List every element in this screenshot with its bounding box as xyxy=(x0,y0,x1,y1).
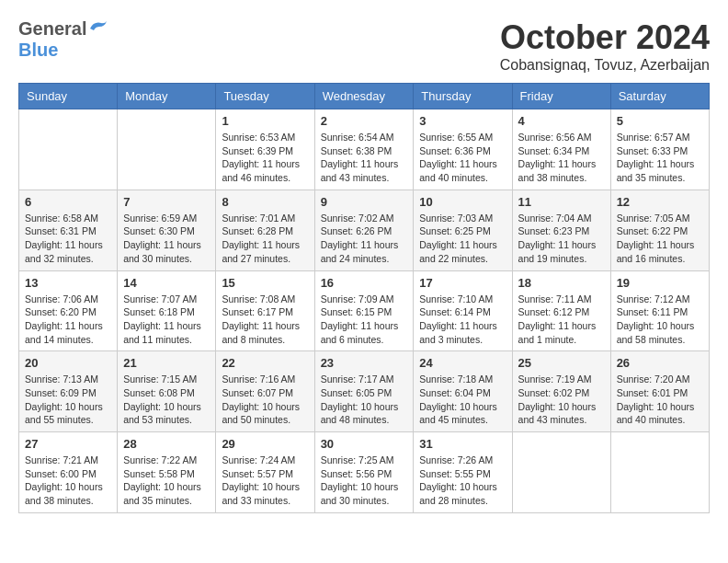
day-info: Sunrise: 6:56 AMSunset: 6:34 PMDaylight:… xyxy=(518,131,605,185)
day-number: 20 xyxy=(25,356,111,370)
header-sunday: Sunday xyxy=(19,84,118,109)
day-info: Sunrise: 7:12 AMSunset: 6:11 PMDaylight:… xyxy=(617,293,703,347)
day-number: 29 xyxy=(222,437,308,451)
day-number: 19 xyxy=(617,276,703,290)
calendar-week-row: 20Sunrise: 7:13 AMSunset: 6:09 PMDayligh… xyxy=(19,351,710,432)
calendar-cell: 17Sunrise: 7:10 AMSunset: 6:14 PMDayligh… xyxy=(414,270,512,351)
day-info: Sunrise: 7:08 AMSunset: 6:17 PMDaylight:… xyxy=(222,293,308,347)
calendar-cell xyxy=(19,109,118,190)
header-thursday: Thursday xyxy=(414,84,512,109)
calendar-cell: 23Sunrise: 7:17 AMSunset: 6:05 PMDayligh… xyxy=(314,351,414,432)
day-number: 26 xyxy=(617,356,703,370)
day-number: 4 xyxy=(518,114,605,128)
day-number: 28 xyxy=(123,437,210,451)
day-info: Sunrise: 7:16 AMSunset: 6:07 PMDaylight:… xyxy=(222,373,308,427)
title-block: October 2024 Cobansignaq, Tovuz, Azerbai… xyxy=(500,18,710,74)
day-info: Sunrise: 7:06 AMSunset: 6:20 PMDaylight:… xyxy=(25,293,111,347)
day-info: Sunrise: 7:18 AMSunset: 6:04 PMDaylight:… xyxy=(419,373,506,427)
day-info: Sunrise: 7:19 AMSunset: 6:02 PMDaylight:… xyxy=(518,373,605,427)
day-number: 27 xyxy=(25,437,111,451)
day-info: Sunrise: 7:09 AMSunset: 6:15 PMDaylight:… xyxy=(321,293,408,347)
calendar-week-row: 27Sunrise: 7:21 AMSunset: 6:00 PMDayligh… xyxy=(19,432,710,513)
calendar-cell: 7Sunrise: 6:59 AMSunset: 6:30 PMDaylight… xyxy=(118,190,216,270)
calendar-cell: 14Sunrise: 7:07 AMSunset: 6:18 PMDayligh… xyxy=(118,270,216,351)
header-saturday: Saturday xyxy=(610,84,709,109)
calendar-cell xyxy=(512,432,610,513)
day-number: 11 xyxy=(518,195,605,209)
day-number: 13 xyxy=(25,276,111,290)
day-number: 1 xyxy=(222,114,308,128)
day-info: Sunrise: 7:13 AMSunset: 6:09 PMDaylight:… xyxy=(25,373,111,427)
calendar-cell: 4Sunrise: 6:56 AMSunset: 6:34 PMDaylight… xyxy=(512,109,610,190)
logo-general-text: General xyxy=(18,18,86,40)
calendar-cell: 21Sunrise: 7:15 AMSunset: 6:08 PMDayligh… xyxy=(118,351,216,432)
calendar-cell: 29Sunrise: 7:24 AMSunset: 5:57 PMDayligh… xyxy=(216,432,314,513)
day-info: Sunrise: 6:57 AMSunset: 6:33 PMDaylight:… xyxy=(617,131,703,185)
calendar-cell: 27Sunrise: 7:21 AMSunset: 6:00 PMDayligh… xyxy=(19,432,118,513)
day-number: 12 xyxy=(617,195,703,209)
day-number: 15 xyxy=(222,276,308,290)
calendar-cell: 3Sunrise: 6:55 AMSunset: 6:36 PMDaylight… xyxy=(414,109,512,190)
calendar-cell: 13Sunrise: 7:06 AMSunset: 6:20 PMDayligh… xyxy=(19,270,118,351)
logo-blue-text: Blue xyxy=(18,40,108,61)
calendar-cell: 28Sunrise: 7:22 AMSunset: 5:58 PMDayligh… xyxy=(118,432,216,513)
day-number: 17 xyxy=(419,276,506,290)
day-info: Sunrise: 7:20 AMSunset: 6:01 PMDaylight:… xyxy=(617,373,703,427)
day-info: Sunrise: 7:26 AMSunset: 5:55 PMDaylight:… xyxy=(419,454,506,508)
calendar-cell: 9Sunrise: 7:02 AMSunset: 6:26 PMDaylight… xyxy=(314,190,414,270)
day-info: Sunrise: 7:22 AMSunset: 5:58 PMDaylight:… xyxy=(123,454,210,508)
day-number: 6 xyxy=(25,195,111,209)
location-subtitle: Cobansignaq, Tovuz, Azerbaijan xyxy=(500,57,710,74)
day-info: Sunrise: 7:04 AMSunset: 6:23 PMDaylight:… xyxy=(518,212,605,266)
header-monday: Monday xyxy=(118,84,216,109)
day-info: Sunrise: 7:07 AMSunset: 6:18 PMDaylight:… xyxy=(123,293,210,347)
calendar-cell: 2Sunrise: 6:54 AMSunset: 6:38 PMDaylight… xyxy=(314,109,414,190)
day-number: 8 xyxy=(222,195,308,209)
day-info: Sunrise: 7:17 AMSunset: 6:05 PMDaylight:… xyxy=(321,373,408,427)
calendar-cell xyxy=(610,432,709,513)
logo-bird-icon xyxy=(88,19,108,36)
calendar-cell: 19Sunrise: 7:12 AMSunset: 6:11 PMDayligh… xyxy=(610,270,709,351)
calendar-cell: 25Sunrise: 7:19 AMSunset: 6:02 PMDayligh… xyxy=(512,351,610,432)
day-number: 31 xyxy=(419,437,506,451)
day-number: 3 xyxy=(419,114,506,128)
day-number: 5 xyxy=(617,114,703,128)
calendar-cell: 22Sunrise: 7:16 AMSunset: 6:07 PMDayligh… xyxy=(216,351,314,432)
day-info: Sunrise: 7:02 AMSunset: 6:26 PMDaylight:… xyxy=(321,212,408,266)
calendar-cell: 6Sunrise: 6:58 AMSunset: 6:31 PMDaylight… xyxy=(19,190,118,270)
day-number: 30 xyxy=(321,437,408,451)
header-wednesday: Wednesday xyxy=(314,84,414,109)
day-info: Sunrise: 7:10 AMSunset: 6:14 PMDaylight:… xyxy=(419,293,506,347)
day-number: 9 xyxy=(321,195,408,209)
month-title: October 2024 xyxy=(500,18,710,57)
day-info: Sunrise: 7:05 AMSunset: 6:22 PMDaylight:… xyxy=(617,212,703,266)
calendar-week-row: 13Sunrise: 7:06 AMSunset: 6:20 PMDayligh… xyxy=(19,270,710,351)
day-number: 24 xyxy=(419,356,506,370)
calendar-cell: 30Sunrise: 7:25 AMSunset: 5:56 PMDayligh… xyxy=(314,432,414,513)
day-info: Sunrise: 7:11 AMSunset: 6:12 PMDaylight:… xyxy=(518,293,605,347)
weekday-header-row: Sunday Monday Tuesday Wednesday Thursday… xyxy=(19,84,710,109)
day-number: 10 xyxy=(419,195,506,209)
day-info: Sunrise: 6:53 AMSunset: 6:39 PMDaylight:… xyxy=(222,131,308,185)
day-info: Sunrise: 6:58 AMSunset: 6:31 PMDaylight:… xyxy=(25,212,111,266)
calendar-cell: 24Sunrise: 7:18 AMSunset: 6:04 PMDayligh… xyxy=(414,351,512,432)
calendar-cell: 15Sunrise: 7:08 AMSunset: 6:17 PMDayligh… xyxy=(216,270,314,351)
day-number: 25 xyxy=(518,356,605,370)
calendar-table: Sunday Monday Tuesday Wednesday Thursday… xyxy=(18,83,710,513)
day-number: 14 xyxy=(123,276,210,290)
calendar-cell: 8Sunrise: 7:01 AMSunset: 6:28 PMDaylight… xyxy=(216,190,314,270)
calendar-cell: 31Sunrise: 7:26 AMSunset: 5:55 PMDayligh… xyxy=(414,432,512,513)
day-number: 21 xyxy=(123,356,210,370)
day-number: 23 xyxy=(321,356,408,370)
day-info: Sunrise: 6:59 AMSunset: 6:30 PMDaylight:… xyxy=(123,212,210,266)
day-info: Sunrise: 6:55 AMSunset: 6:36 PMDaylight:… xyxy=(419,131,506,185)
day-info: Sunrise: 6:54 AMSunset: 6:38 PMDaylight:… xyxy=(321,131,408,185)
day-number: 18 xyxy=(518,276,605,290)
day-info: Sunrise: 7:15 AMSunset: 6:08 PMDaylight:… xyxy=(123,373,210,427)
calendar-week-row: 1Sunrise: 6:53 AMSunset: 6:39 PMDaylight… xyxy=(19,109,710,190)
day-info: Sunrise: 7:03 AMSunset: 6:25 PMDaylight:… xyxy=(419,212,506,266)
day-number: 16 xyxy=(321,276,408,290)
header-friday: Friday xyxy=(512,84,610,109)
day-info: Sunrise: 7:21 AMSunset: 6:00 PMDaylight:… xyxy=(25,454,111,508)
calendar-cell: 12Sunrise: 7:05 AMSunset: 6:22 PMDayligh… xyxy=(610,190,709,270)
